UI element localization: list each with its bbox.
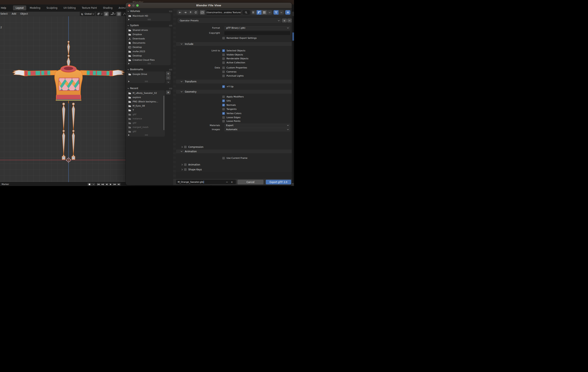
transform-orientation-dropdown[interactable]: Global — [80, 12, 95, 16]
add-bookmark-button[interactable]: + — [166, 71, 171, 76]
grip-dots-icon[interactable] — [169, 10, 172, 12]
section-expander[interactable] — [126, 18, 171, 21]
tab-sculpting[interactable]: Sculpting — [44, 5, 60, 10]
settings-gear-button[interactable] — [285, 10, 290, 15]
next-keyframe-button[interactable] — [113, 183, 117, 186]
active-collection-checkbox[interactable] — [222, 61, 225, 64]
refresh-button[interactable] — [193, 10, 199, 15]
sidebar-item-png-black-backgrou-[interactable]: PNG (Black backgrou... — [126, 100, 165, 104]
tab-modeling[interactable]: Modeling — [27, 5, 43, 10]
sidebar-item-explore[interactable]: explore — [126, 95, 165, 100]
sidebar-item-documents[interactable]: Documents — [126, 41, 171, 45]
filter-settings-dropdown[interactable] — [279, 10, 284, 15]
tab-layout[interactable]: Layout — [13, 5, 26, 10]
directory-path-field[interactable]: /Users/martins...arables Texture/ — [206, 10, 241, 15]
compression-section-row[interactable]: Compression — [176, 145, 290, 149]
selected-objects-checkbox[interactable] — [222, 49, 225, 52]
autokey-record-button[interactable] — [87, 183, 91, 186]
tab-shading[interactable]: Shading — [100, 5, 115, 10]
grip-dots-icon[interactable] — [169, 69, 172, 70]
collapsed-file-list-strip[interactable] — [173, 9, 176, 179]
custom-properties-checkbox[interactable] — [222, 66, 225, 69]
minimize-window-button[interactable] — [132, 4, 135, 7]
snap-target-dropdown[interactable] — [110, 12, 116, 16]
cameras-checkbox[interactable] — [222, 70, 225, 73]
loose-edges-checkbox[interactable] — [222, 116, 225, 119]
section-header-system[interactable]: System — [126, 23, 173, 27]
menu-help[interactable]: Help — [0, 6, 8, 10]
format-select[interactable]: glTF Binary (.glb) — [224, 26, 290, 30]
grip-dots-icon[interactable] — [169, 88, 172, 89]
section-expander[interactable] — [126, 134, 165, 136]
normals-checkbox[interactable] — [222, 104, 225, 106]
section-header-bookmarks[interactable]: Bookmarks — [126, 67, 173, 71]
section-expander[interactable] — [126, 62, 171, 65]
sidebar-item-instance[interactable]: instance — [126, 117, 165, 121]
play-forward-button[interactable] — [109, 183, 113, 186]
display-settings-dropdown[interactable] — [267, 10, 272, 15]
sidebar-item-dropbox[interactable]: Dropbox — [126, 32, 171, 37]
filter-toggle-button[interactable] — [273, 10, 279, 15]
sidebar-item-merged-mesh[interactable]: merged_mesh — [126, 125, 165, 129]
detail-list-view-button[interactable] — [257, 10, 262, 15]
vertical-list-view-button[interactable] — [251, 10, 256, 15]
clear-recent-button[interactable]: ✕ — [166, 90, 171, 94]
sidebar-item-shared-drives[interactable]: Shared drives — [126, 28, 171, 32]
increment-filename-button[interactable]: + — [231, 181, 233, 184]
animation-section-row[interactable]: Animation — [176, 163, 290, 167]
zoom-window-button[interactable] — [136, 4, 139, 7]
timeline-menu-marker[interactable]: Marker — [2, 183, 9, 185]
copyright-input[interactable] — [224, 31, 290, 35]
search-input[interactable] — [242, 10, 250, 15]
visible-objects-checkbox[interactable] — [222, 53, 225, 56]
cancel-button[interactable]: Cancel — [238, 180, 263, 184]
include-section-header[interactable]: Include — [176, 42, 292, 46]
loose-points-checkbox[interactable] — [222, 120, 225, 122]
animation-checkbox[interactable] — [184, 163, 187, 166]
prev-keyframe-button[interactable] — [101, 183, 105, 186]
collapse-chevron-icon[interactable]: ⌃ — [291, 183, 294, 186]
sidebar-item-gltf[interactable]: gltf — [126, 121, 165, 125]
shape-keys-checkbox[interactable] — [184, 168, 187, 171]
jump-to-start-button[interactable] — [97, 183, 100, 186]
operator-presets-dropdown[interactable]: Operator Presets — [178, 19, 281, 22]
bookmark-options-dropdown[interactable] — [166, 80, 171, 84]
play-reverse-button[interactable] — [105, 183, 109, 186]
transform-section-header[interactable]: Transform — [176, 80, 292, 83]
pivot-point-dropdown[interactable] — [96, 12, 104, 16]
back-button[interactable] — [178, 10, 183, 15]
tangents-checkbox[interactable] — [222, 108, 225, 111]
sidebar-item-m-ubody-sweater-02[interactable]: M_uBody_Sweater_02 — [126, 91, 165, 95]
sidebar-item-macintosh-hd[interactable]: Macintosh HD — [126, 14, 171, 18]
sidebar-item-creative-cloud-files[interactable]: Creative Cloud Files — [126, 58, 171, 62]
punctual-lights-checkbox[interactable] — [222, 74, 225, 77]
animation-section-header[interactable]: Animation — [176, 150, 292, 153]
magnet-snap-toggle[interactable] — [104, 12, 109, 16]
section-expander[interactable] — [126, 80, 165, 83]
decrement-filename-button[interactable]: − — [226, 181, 228, 184]
vertex-colors-checkbox[interactable] — [222, 112, 225, 115]
forward-button[interactable] — [183, 10, 188, 15]
armature-leg-bones[interactable] — [62, 103, 75, 160]
sidebar-item-t[interactable]: T — [126, 108, 165, 112]
proportional-editing-toggle[interactable] — [117, 12, 121, 16]
images-select[interactable]: Automatic — [224, 128, 290, 131]
uvs-checkbox[interactable] — [222, 100, 225, 102]
jump-to-end-button[interactable] — [117, 183, 121, 186]
sidebar-item-desktop[interactable]: Desktop — [126, 54, 171, 58]
remember-settings-checkbox[interactable] — [222, 37, 225, 39]
left-sleeve[interactable] — [12, 69, 57, 76]
grid-view-button[interactable] — [262, 10, 267, 15]
sidebar-item-mvfw-2023[interactable]: mvfw-2023 — [126, 49, 171, 54]
sidebar-item-m-eyes-08[interactable]: M_Eyes_08 — [126, 104, 165, 108]
apply-modifiers-checkbox[interactable] — [222, 95, 225, 98]
menu-object[interactable]: Object — [18, 12, 30, 15]
filename-field[interactable]: M_Orange_Sweater.glb − + — [176, 180, 236, 184]
section-header-volumes[interactable]: Volumes — [126, 9, 173, 13]
remove-preset-button[interactable]: − — [287, 19, 292, 22]
menu-add[interactable]: Add — [10, 12, 18, 15]
use-current-frame-checkbox[interactable] — [222, 157, 225, 159]
renderable-objects-checkbox[interactable] — [222, 57, 225, 60]
close-window-button[interactable] — [128, 4, 131, 7]
selected-sweater-character-model[interactable] — [11, 40, 126, 163]
